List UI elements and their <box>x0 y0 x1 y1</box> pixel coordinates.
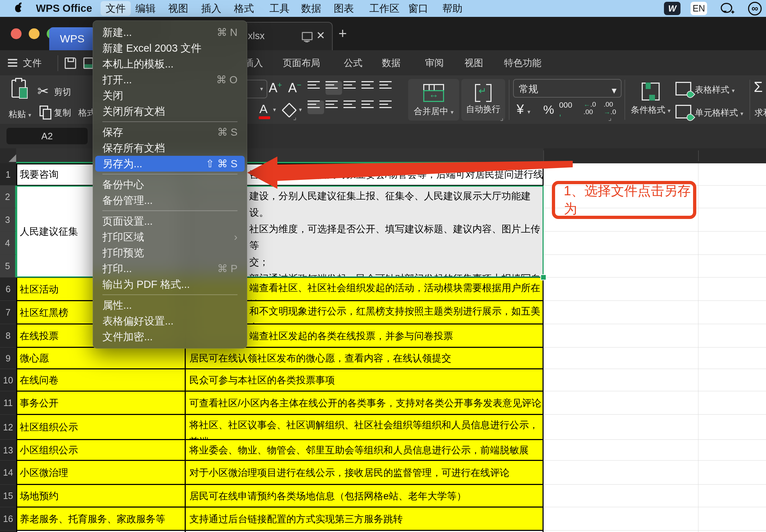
row-header-8[interactable]: 8 <box>0 324 16 347</box>
minimize-window-button[interactable] <box>29 28 40 39</box>
file-menu-item-21[interactable]: 属性... <box>93 297 247 313</box>
screen-share-icon[interactable] <box>302 32 313 40</box>
conditional-format-button[interactable]: 条件格式 ▾ <box>629 79 672 121</box>
file-menu-item-15[interactable]: 页面设置... <box>93 213 247 229</box>
file-menu-item-16[interactable]: 打印区域› <box>93 229 247 245</box>
apple-logo-icon[interactable] <box>15 5 22 12</box>
row-header-16[interactable]: 16 <box>0 507 16 531</box>
decrease-font-button[interactable]: A− <box>288 80 301 95</box>
row-header-15[interactable]: 15 <box>0 485 16 507</box>
tab-close-icon[interactable]: ✕ <box>316 29 325 42</box>
ribbon-tab-4[interactable]: 数据 <box>382 50 401 75</box>
row-header-3[interactable]: 3 <box>0 208 16 232</box>
justify-icon[interactable] <box>361 101 378 114</box>
group-expand-icon[interactable]: ⌟ <box>293 113 296 121</box>
ribbon-tab-2[interactable]: 页面布局 <box>283 50 320 75</box>
decrease-indent-icon[interactable] <box>361 81 378 95</box>
row-header-11[interactable]: 11 <box>0 391 16 415</box>
cell-b16[interactable]: 支持通过后台链接配置的方式实现第三方服务跳转 <box>186 507 544 531</box>
sync-cloud-icon[interactable]: ∞ <box>748 2 762 15</box>
row-header-2[interactable]: 2 <box>0 186 16 208</box>
number-format-dropdown[interactable]: 常规▾ <box>513 79 622 98</box>
hamburger-menu-icon[interactable] <box>8 59 17 60</box>
file-menu-item-23[interactable]: 文件加密... <box>93 329 247 345</box>
file-menu-item-9[interactable]: 保存所有文档 <box>93 140 247 156</box>
ribbon-tab-5[interactable]: 审阅 <box>425 50 444 75</box>
menubar-item-3[interactable]: 视图 <box>168 0 188 17</box>
quick-export-icon[interactable] <box>83 57 93 69</box>
cut-icon[interactable]: ✂ <box>37 83 49 99</box>
cell-a9[interactable]: 微心愿 <box>16 347 186 369</box>
cell-b10[interactable]: 民众可参与本社区的各类投票事项 <box>186 369 544 391</box>
column-header-c[interactable] <box>544 148 698 163</box>
cell-style-button[interactable]: 单元格样式 ▾ <box>695 107 743 118</box>
cell-b11[interactable]: 可查看社区/小区内各主体在线公开的各类事务，支持对各类公开事务发表意见评论 <box>186 391 544 415</box>
align-bottom-icon[interactable] <box>343 81 360 95</box>
copy-icon[interactable] <box>40 106 48 116</box>
menubar-item-6[interactable]: 工具 <box>269 0 290 17</box>
new-tab-button[interactable]: + <box>338 25 347 42</box>
menubar-item-8[interactable]: 图表 <box>334 0 354 17</box>
wps-tray-icon[interactable]: W <box>664 2 680 15</box>
sum-button[interactable]: 求和 <box>755 107 766 118</box>
chat-assistant-icon[interactable] <box>721 3 732 13</box>
cell-b9[interactable]: 居民可在线认领社区发布的微心愿，查看内容，在线认领提交 <box>186 347 544 369</box>
align-top-icon[interactable] <box>308 81 324 95</box>
row-header-9[interactable]: 9 <box>0 347 16 369</box>
input-language-indicator[interactable]: EN <box>691 2 707 15</box>
cell-a12[interactable]: 社区组织公示 <box>16 415 186 440</box>
file-menu-item-10[interactable]: 另存为...⇧ ⌘ S <box>95 156 245 172</box>
select-all-corner[interactable] <box>9 154 17 162</box>
menubar-item-4[interactable]: 插入 <box>201 0 221 17</box>
file-menu-item-18[interactable]: 打印...⌘ P <box>93 261 247 276</box>
group-expand-icon[interactable]: ⌟ <box>500 113 503 122</box>
cell-a10[interactable]: 在线问卷 <box>16 369 186 391</box>
cell-b14[interactable]: 对于小区微治理项目进行在线公示，接收居民的监督管理，可进行在线评论 <box>186 461 544 485</box>
thousands-separator-button[interactable]: 000, <box>559 101 572 117</box>
row-header-10[interactable]: 10 <box>0 369 16 391</box>
sum-icon[interactable]: Σ <box>754 79 763 95</box>
row-header-14[interactable]: 14 <box>0 461 16 485</box>
fill-handle[interactable] <box>540 274 546 280</box>
percent-format-button[interactable]: % <box>543 103 554 117</box>
file-menu-item-3[interactable]: 本机上的模板... <box>93 56 247 72</box>
menubar-item-10[interactable]: 窗口 <box>408 0 428 17</box>
row-header-4[interactable]: 4 <box>0 232 16 255</box>
file-menu-item-5[interactable]: 关闭 <box>93 88 247 103</box>
menubar-item-5[interactable]: 格式 <box>234 0 254 17</box>
menubar-item-2[interactable]: 编辑 <box>135 0 156 17</box>
text-orientation-icon[interactable] <box>379 101 396 114</box>
file-menu-item-6[interactable]: 关闭所有文档 <box>93 103 247 119</box>
file-menu-item-12[interactable]: 备份中心 <box>93 177 247 192</box>
align-left-icon[interactable] <box>308 101 324 114</box>
close-window-button[interactable] <box>11 28 22 39</box>
quick-save-icon[interactable] <box>65 57 76 69</box>
file-menu-item-19[interactable]: 输出为 PDF 格式... <box>93 276 247 292</box>
file-menu-item-1[interactable]: 新建...⌘ N <box>93 24 247 40</box>
name-box[interactable]: A2 <box>6 128 88 144</box>
cell-a13[interactable]: 小区组织公示 <box>16 440 186 461</box>
cell-a14[interactable]: 小区微治理 <box>16 461 186 485</box>
cell-b12[interactable]: 将社区、社区议事会、社区调解组织、社区社会组织等组织和人员信息进行公示，前端 脱… <box>186 415 544 440</box>
group-expand-icon[interactable]: ⌟ <box>608 113 612 122</box>
cut-button[interactable]: 剪切 <box>54 86 71 98</box>
wps-home-button[interactable]: WPS <box>49 27 95 50</box>
align-middle-icon[interactable] <box>326 81 342 95</box>
increase-indent-icon[interactable] <box>379 81 396 95</box>
row-header-7[interactable]: 7 <box>0 301 16 324</box>
ribbon-tab-file[interactable]: 文件 <box>23 50 42 75</box>
file-menu-item-13[interactable]: 备份管理... <box>93 192 247 208</box>
ribbon-tab-6[interactable]: 视图 <box>465 50 483 75</box>
decrease-decimal-button[interactable]: ←.0 .00 <box>583 101 596 116</box>
menubar-item-9[interactable]: 工作区 <box>369 0 400 17</box>
copy-button[interactable]: 复制 <box>54 107 71 118</box>
increase-font-button[interactable]: A+ <box>269 80 282 95</box>
row-header-1[interactable]: 1 <box>0 163 16 186</box>
row-header-12[interactable]: 12 <box>0 415 16 440</box>
file-menu-item-22[interactable]: 表格偏好设置... <box>93 313 247 329</box>
paste-icon[interactable] <box>11 80 26 98</box>
align-right-icon[interactable] <box>343 101 360 114</box>
font-color-button[interactable]: A▾ <box>259 102 268 116</box>
clear-format-caret[interactable]: ▾ <box>299 106 302 113</box>
paste-button[interactable]: 粘贴 ▾ <box>9 108 31 120</box>
